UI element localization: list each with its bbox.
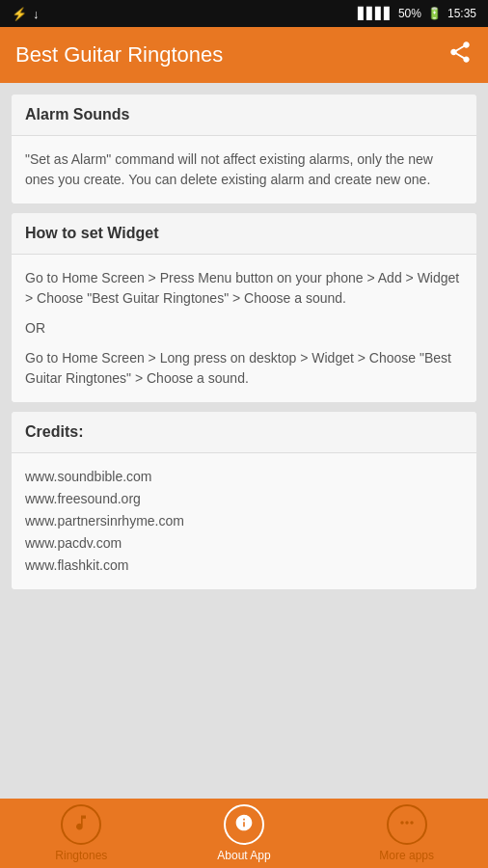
credits-section: Credits: www.soundbible.comwww.freesound… (12, 412, 476, 589)
status-bar: ⚡ ↓ ▋▋▋▋ 50% 🔋 15:35 (0, 0, 488, 27)
credits-list: www.soundbible.comwww.freesound.orgwww.p… (25, 467, 463, 576)
nav-item-ringtones[interactable]: Ringtones (0, 804, 163, 862)
nav-icon-about (234, 813, 254, 837)
nav-icon-wrap-moreapps (387, 804, 427, 845)
battery-level: 50% (398, 7, 421, 20)
alarm-section-header: Alarm Sounds (12, 95, 476, 136)
credits-section-body: www.soundbible.comwww.freesound.orgwww.p… (12, 453, 476, 589)
bottom-nav: RingtonesAbout AppMore apps (0, 799, 488, 868)
app-title: Best Guitar Ringtones (15, 42, 223, 68)
usb-icon: ⚡ (12, 7, 27, 21)
credit-item: www.soundbible.com (25, 467, 463, 487)
nav-item-moreapps[interactable]: More apps (325, 804, 488, 862)
or-divider: OR (25, 318, 463, 339)
nav-icon-wrap-ringtones (61, 804, 101, 845)
alarm-section: Alarm Sounds "Set as Alarm" command will… (12, 95, 476, 203)
widget-section: How to set Widget Go to Home Screen > Pr… (12, 213, 476, 402)
widget-body-text1: Go to Home Screen > Press Menu button on… (25, 270, 459, 306)
credit-item: www.partnersinrhyme.com (25, 511, 463, 531)
widget-section-header: How to set Widget (12, 213, 476, 255)
credit-item: www.freesound.org (25, 489, 463, 509)
app-header: Best Guitar Ringtones (0, 27, 488, 83)
battery-icon: 🔋 (427, 7, 442, 20)
main-content: Alarm Sounds "Set as Alarm" command will… (0, 83, 488, 799)
widget-section-body: Go to Home Screen > Press Menu button on… (12, 255, 476, 402)
nav-label-moreapps: More apps (379, 849, 434, 862)
credit-item: www.pacdv.com (25, 533, 463, 554)
signal-icon: ▋▋▋▋ (358, 7, 393, 20)
nav-icon-wrap-about (224, 804, 264, 845)
nav-icon-ringtones (71, 813, 91, 837)
clock: 15:35 (447, 7, 476, 20)
credits-section-header: Credits: (12, 412, 476, 453)
download-icon: ↓ (33, 7, 40, 21)
nav-label-about: About App (217, 849, 270, 862)
nav-item-about[interactable]: About App (163, 804, 326, 862)
nav-label-ringtones: Ringtones (55, 849, 107, 862)
alarm-body-text: "Set as Alarm" command will not affect e… (25, 151, 433, 187)
credit-item: www.flashkit.com (25, 556, 463, 576)
widget-body-text2: Go to Home Screen > Long press on deskto… (25, 350, 451, 386)
alarm-section-body: "Set as Alarm" command will not affect e… (12, 136, 476, 203)
share-icon[interactable] (447, 40, 473, 70)
nav-icon-moreapps (397, 813, 417, 837)
